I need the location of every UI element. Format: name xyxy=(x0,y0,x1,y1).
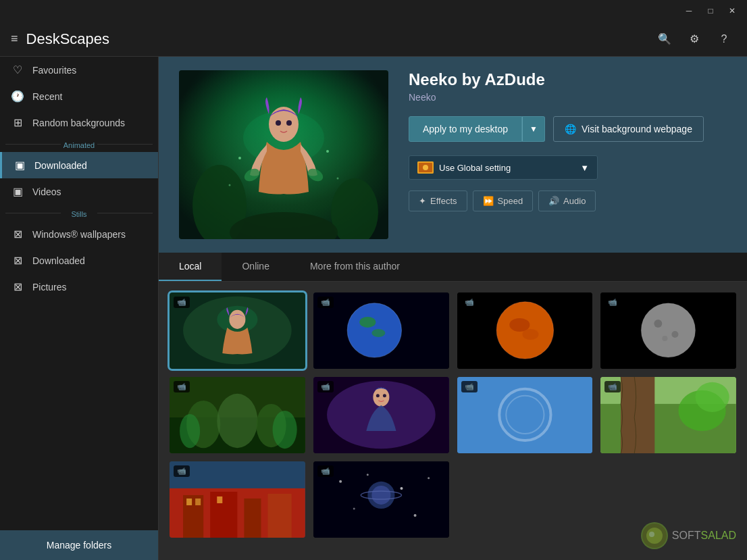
detail-panel: Neeko by AzDude Neeko Apply to my deskto… xyxy=(159,57,747,253)
manage-folders-button[interactable]: Manage folders xyxy=(0,530,158,560)
svg-point-48 xyxy=(373,388,389,407)
video-badge: 📹 xyxy=(461,381,478,392)
svg-point-42 xyxy=(217,394,257,448)
apply-to-desktop-button[interactable]: Apply to my desktop xyxy=(409,116,522,142)
svg-point-76 xyxy=(371,486,390,505)
svg-rect-63 xyxy=(244,499,261,538)
svg-point-73 xyxy=(353,507,355,509)
sidebar-item-downloaded-stills[interactable]: ⊠ Downloaded xyxy=(0,247,158,274)
svg-point-13 xyxy=(229,184,231,186)
bg-title: Neeko by AzDude xyxy=(409,70,727,89)
hamburger-menu-icon[interactable]: ≡ xyxy=(11,32,18,46)
video-badge: 📹 xyxy=(604,381,621,392)
gallery-item-neeko[interactable]: 📹 xyxy=(170,292,305,369)
audio-button[interactable]: 🔊 Audio xyxy=(538,190,596,211)
detail-tab-buttons: ✦ Effects ⏩ Speed 🔊 Audio xyxy=(409,190,727,211)
watermark-logo xyxy=(641,522,668,549)
video-badge: 📹 xyxy=(174,381,190,392)
svg-point-58 xyxy=(696,382,729,412)
header-icons: 🔍 ⚙ ? xyxy=(652,27,736,51)
apply-dropdown-button[interactable]: ▼ xyxy=(522,116,545,142)
video-camera-icon: 📹 xyxy=(608,382,617,391)
sidebar-item-favourites[interactable]: ♡ Favourites xyxy=(0,57,158,83)
animated-section-label: Animated xyxy=(0,136,158,152)
sidebar-item-label: Downloaded xyxy=(34,160,87,171)
sidebar: ♡ Favourites 🕐 Recent ⊞ Random backgroun… xyxy=(0,57,159,560)
gallery-item-space2[interactable]: 📹 xyxy=(313,461,449,538)
titlebar: ─ □ ✕ xyxy=(0,0,747,22)
svg-rect-66 xyxy=(195,499,201,505)
svg-point-72 xyxy=(428,477,430,479)
speed-button[interactable]: ⏩ Speed xyxy=(473,190,534,211)
svg-point-14 xyxy=(337,178,339,180)
gallery-item-earth[interactable]: 📹 xyxy=(313,292,449,369)
video-badge: 📹 xyxy=(317,381,334,392)
maximize-button[interactable]: □ xyxy=(701,1,720,20)
watermark: SOFTSALAD xyxy=(641,522,736,549)
sidebar-item-label: Random backgrounds xyxy=(32,118,125,128)
sidebar-item-pictures[interactable]: ⊠ Pictures xyxy=(0,274,158,300)
close-button[interactable]: ✕ xyxy=(723,1,742,20)
search-button[interactable]: 🔍 xyxy=(652,27,677,51)
watermark-text: SOFTSALAD xyxy=(672,530,736,542)
video-camera-icon: 📹 xyxy=(177,382,186,391)
tab-more-from-author[interactable]: More from this author xyxy=(290,253,420,281)
svg-point-49 xyxy=(376,394,380,397)
video-camera-icon: 📹 xyxy=(465,298,474,307)
svg-rect-65 xyxy=(186,499,192,505)
gallery-item-grass[interactable]: 📹 xyxy=(170,377,305,453)
gallery-item-tree[interactable]: 📹 xyxy=(600,377,736,453)
svg-point-50 xyxy=(383,394,386,397)
svg-point-80 xyxy=(649,532,654,537)
svg-point-21 xyxy=(229,310,245,329)
sidebar-item-label: Recent xyxy=(32,91,62,102)
help-button[interactable]: ? xyxy=(712,27,736,51)
sidebar-item-downloaded-anim[interactable]: ▣ Downloaded xyxy=(0,152,158,178)
main-content: ♡ Favourites 🕐 Recent ⊞ Random backgroun… xyxy=(0,57,747,560)
svg-point-11 xyxy=(238,157,241,159)
tab-online[interactable]: Online xyxy=(222,253,289,281)
global-setting-label: Use Global setting xyxy=(439,163,511,173)
gallery-item-mars[interactable]: 📹 xyxy=(457,292,593,369)
audio-icon: 🔊 xyxy=(548,196,559,206)
svg-point-17 xyxy=(423,165,428,170)
svg-point-12 xyxy=(326,150,329,153)
app-header: ≡ DeskScapes 🔍 ⚙ ? xyxy=(0,22,747,57)
gallery-item-girl[interactable]: 📹 xyxy=(313,377,449,453)
svg-point-9 xyxy=(276,120,281,126)
stills-download-icon: ⊠ xyxy=(11,254,24,267)
video-camera-icon: 📹 xyxy=(608,298,617,307)
heart-icon: ♡ xyxy=(11,63,24,76)
global-setting-dropdown[interactable]: Use Global setting ▼ xyxy=(409,155,598,180)
video-badge: 📹 xyxy=(174,465,190,477)
tab-local[interactable]: Local xyxy=(159,253,222,281)
sidebar-item-windows-wallpapers[interactable]: ⊠ Windows® wallpapers xyxy=(0,221,158,247)
sidebar-item-videos[interactable]: ▣ Videos xyxy=(0,178,158,205)
setting-row: Use Global setting ▼ xyxy=(409,155,727,180)
sidebar-item-recent[interactable]: 🕐 Recent xyxy=(0,83,158,109)
effects-icon: ✦ xyxy=(419,196,426,206)
detail-info: Neeko by AzDude Neeko Apply to my deskto… xyxy=(409,70,727,211)
svg-point-36 xyxy=(672,331,679,338)
effects-button[interactable]: ✦ Effects xyxy=(409,190,467,211)
visit-webpage-button[interactable]: 🌐 Visit background webpage xyxy=(553,116,704,142)
settings-button[interactable]: ⚙ xyxy=(682,27,706,51)
speed-icon: ⏩ xyxy=(483,196,494,206)
minimize-button[interactable]: ─ xyxy=(679,1,698,20)
video-camera-icon: 📹 xyxy=(321,467,330,476)
svg-point-45 xyxy=(273,411,297,449)
titlebar-controls: ─ □ ✕ xyxy=(679,1,742,20)
gallery-item-blue-circle[interactable]: 📹 xyxy=(457,377,593,453)
sidebar-item-random[interactable]: ⊞ Random backgrounds xyxy=(0,109,158,136)
pictures-icon: ⊠ xyxy=(11,280,24,293)
svg-point-74 xyxy=(413,514,416,517)
video-badge: 📹 xyxy=(317,465,334,477)
svg-point-37 xyxy=(663,336,668,341)
sidebar-item-label: Favourites xyxy=(32,65,76,76)
gallery-item-red-building[interactable]: 📹 xyxy=(170,461,305,538)
grid-icon: ⊞ xyxy=(11,116,24,129)
gallery-item-moon[interactable]: 📹 xyxy=(600,292,736,369)
clock-icon: 🕐 xyxy=(11,90,24,103)
sidebar-item-label: Videos xyxy=(32,186,61,197)
svg-point-25 xyxy=(359,317,376,328)
